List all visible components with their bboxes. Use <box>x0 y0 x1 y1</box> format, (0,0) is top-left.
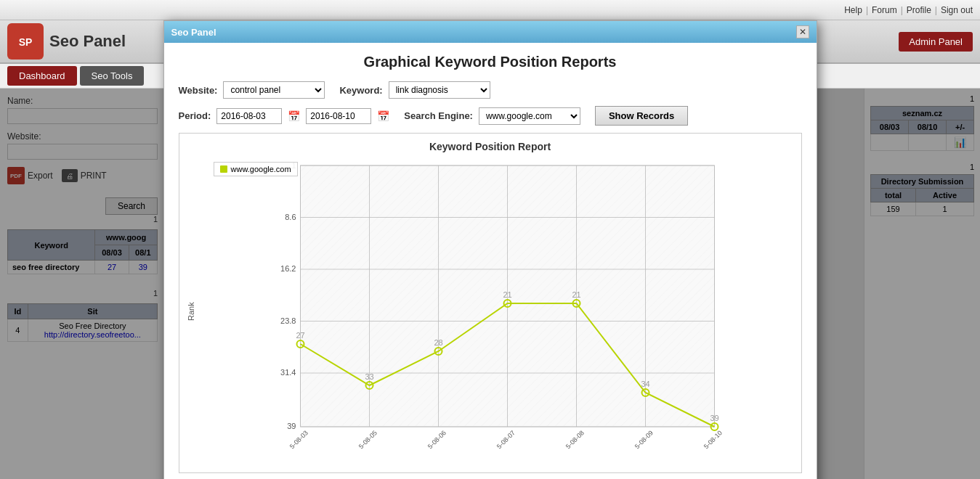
svg-text:5-08-05: 5-08-05 <box>357 429 378 450</box>
calendar-from-icon[interactable]: 📅 <box>288 110 300 122</box>
svg-text:5-08-07: 5-08-07 <box>495 429 516 450</box>
modal-titlebar-text: Seo Panel <box>171 27 216 38</box>
forum-link[interactable]: Forum <box>872 5 897 15</box>
svg-text:39: 39 <box>710 414 718 422</box>
engine-form-label: Search Engine: <box>404 110 473 121</box>
svg-text:SP: SP <box>19 36 33 48</box>
svg-text:27: 27 <box>296 331 304 340</box>
svg-text:5-08-09: 5-08-09 <box>633 429 654 450</box>
legend-dot <box>220 165 227 173</box>
website-form-label: Website: <box>179 85 218 96</box>
svg-text:39: 39 <box>287 422 296 430</box>
chart-legend: www.google.com <box>214 162 298 176</box>
website-group: Website: control panel <box>179 81 325 99</box>
svg-text:21: 21 <box>572 290 580 299</box>
chart-svg: 1 8.6 16.2 23.8 31.4 39 <box>199 158 794 463</box>
modal-dialog: Seo Panel ✕ Graphical Keyword Position R… <box>163 20 817 479</box>
profile-link[interactable]: Profile <box>907 5 931 15</box>
dashboard-nav-button[interactable]: Dashboard <box>7 66 77 86</box>
logo-icon: SP <box>7 23 44 60</box>
svg-text:5-08-08: 5-08-08 <box>564 429 585 450</box>
chart-svg-wrap: www.google.com <box>199 158 794 465</box>
calendar-to-icon[interactable]: 📅 <box>377 110 389 122</box>
help-link[interactable]: Help <box>844 5 862 15</box>
svg-text:31.4: 31.4 <box>280 368 296 377</box>
chart-inner: Rank www.google.com <box>187 158 794 465</box>
website-select[interactable]: control panel <box>223 81 325 99</box>
modal-title: Graphical Keyword Position Reports <box>179 54 802 70</box>
svg-text:5-08-03: 5-08-03 <box>288 429 309 450</box>
svg-text:28: 28 <box>434 338 442 347</box>
header-right: Admin Panel <box>899 32 973 52</box>
chart-container: Keyword Position Report Rank www.google.… <box>179 133 802 473</box>
seo-tools-nav-button[interactable]: Seo Tools <box>80 66 145 86</box>
chart-title: Keyword Position Report <box>187 141 794 152</box>
logo-area: SP Seo Panel <box>7 23 126 60</box>
signout-link[interactable]: Sign out <box>941 5 973 15</box>
period-form-label: Period: <box>179 110 211 121</box>
modal-body: Graphical Keyword Position Reports Websi… <box>164 43 817 479</box>
date-to-input[interactable]: 2016-08-10 <box>306 108 371 124</box>
svg-text:5-08-10: 5-08-10 <box>702 429 723 450</box>
admin-panel-button[interactable]: Admin Panel <box>899 32 973 52</box>
svg-text:16.2: 16.2 <box>280 264 296 273</box>
engine-select[interactable]: www.google.com <box>479 107 580 125</box>
legend-label: www.google.com <box>231 165 291 173</box>
keyword-group: Keyword: link diagnosis <box>339 81 490 99</box>
period-group: Period: 2016-08-03 📅 2016-08-10 📅 <box>179 108 390 124</box>
modal-form-row-2: Period: 2016-08-03 📅 2016-08-10 📅 Search… <box>179 106 802 126</box>
modal-titlebar: Seo Panel ✕ <box>164 21 817 43</box>
date-from-input[interactable]: 2016-08-03 <box>216 108 282 124</box>
app-title: Seo Panel <box>49 32 126 51</box>
svg-text:21: 21 <box>503 290 511 299</box>
svg-text:23.8: 23.8 <box>280 316 296 325</box>
svg-text:5-08-06: 5-08-06 <box>426 429 447 450</box>
modal-form-row-1: Website: control panel Keyword: link dia… <box>179 81 802 99</box>
keyword-select[interactable]: link diagnosis <box>389 81 490 99</box>
engine-group: Search Engine: www.google.com <box>404 107 580 125</box>
main-content: Name: Website: Seo Free D PDF Export 🖨 P… <box>0 89 980 479</box>
svg-text:34: 34 <box>641 380 649 388</box>
topbar-links: Help | Forum | Profile | Sign out <box>844 5 973 15</box>
keyword-form-label: Keyword: <box>339 85 382 96</box>
show-records-button[interactable]: Show Records <box>595 106 688 126</box>
modal-close-button[interactable]: ✕ <box>796 25 809 38</box>
svg-text:33: 33 <box>365 372 373 381</box>
svg-text:8.6: 8.6 <box>285 213 296 221</box>
y-axis-label: Rank <box>187 158 195 465</box>
